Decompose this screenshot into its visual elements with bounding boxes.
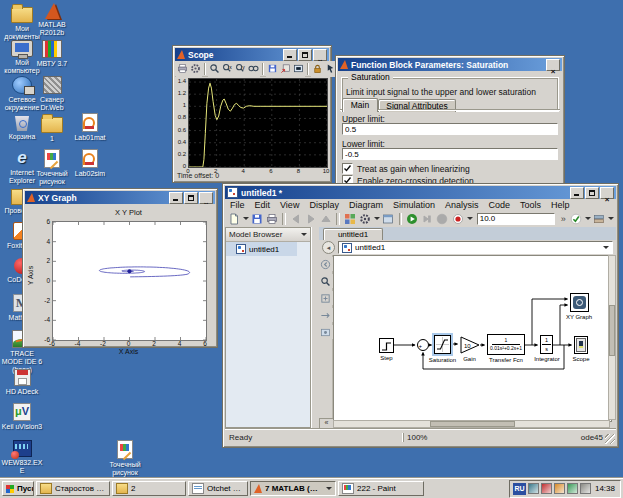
close-button[interactable]: × (546, 59, 560, 71)
dialog-titlebar[interactable]: Function Block Parameters: Saturation × (338, 58, 562, 71)
tray-icon-network[interactable] (528, 483, 539, 494)
saturation-block[interactable] (434, 335, 451, 354)
xy-graph-block[interactable] (570, 293, 589, 312)
zoom-x-icon[interactable]: x (221, 61, 234, 77)
lock-axes-icon[interactable] (311, 61, 324, 77)
chevron-down-icon[interactable] (374, 217, 380, 220)
forward-icon[interactable] (304, 211, 318, 227)
menu-edit[interactable]: Edit (250, 200, 276, 210)
vertical-scrollbar[interactable] (608, 255, 616, 420)
chevron-down-icon[interactable] (301, 233, 307, 236)
scope-titlebar[interactable]: Scope × (175, 48, 329, 61)
model-explorer-icon[interactable] (381, 211, 395, 227)
menu-file[interactable]: File (225, 200, 250, 210)
print-icon[interactable] (176, 61, 189, 77)
desktop-icon-matlab-r2012b[interactable]: MATLAB R2012b (30, 3, 74, 37)
menu-code[interactable]: Code (483, 200, 515, 210)
up-icon[interactable] (319, 211, 333, 227)
record-icon[interactable] (451, 211, 465, 227)
run-icon[interactable] (405, 211, 419, 227)
menu-display[interactable]: Display (304, 200, 344, 210)
chevron-down-icon[interactable] (467, 217, 473, 220)
zoom-y-icon[interactable]: y (234, 61, 247, 77)
xy-graph-titlebar[interactable]: XY Graph × (25, 191, 215, 204)
desktop-icon-lab01mat[interactable]: Lab01mat (68, 113, 112, 142)
expand-icon[interactable]: » (559, 214, 568, 224)
chevron-down-icon[interactable] (608, 217, 614, 220)
desktop-icon-lab02sim[interactable]: Lab02sim (68, 149, 112, 178)
tree-item-untitled1[interactable]: untitled1 (226, 242, 297, 256)
start-button[interactable]: Пуск (2, 481, 34, 496)
minimize-button[interactable] (169, 192, 183, 204)
chevron-down-icon[interactable] (603, 246, 609, 249)
menu-view[interactable]: View (275, 200, 304, 210)
model-settings-icon[interactable] (358, 211, 372, 227)
hide-browser-icon[interactable] (319, 257, 333, 271)
lower-limit-input[interactable] (342, 148, 558, 160)
horizontal-scrollbar[interactable] (333, 420, 610, 428)
chevron-down-icon[interactable] (585, 217, 591, 220)
direction-icon[interactable] (319, 308, 333, 322)
taskbar-button-2[interactable]: 2 (112, 481, 186, 496)
collapse-browser-button[interactable]: « (319, 418, 334, 429)
restore-axes-icon[interactable] (279, 61, 292, 77)
menu-simulation[interactable]: Simulation (388, 200, 440, 210)
step-block[interactable] (379, 338, 394, 353)
step-forward-icon[interactable] (420, 211, 434, 227)
integrator-block[interactable]: 1 s (540, 335, 553, 354)
stop-time-input[interactable] (477, 213, 555, 225)
desktop-icon-keil-uvision3[interactable]: μVKeil uVision3 (0, 403, 44, 431)
clock[interactable]: 14:38 (593, 484, 617, 493)
stop-icon[interactable] (435, 211, 449, 227)
language-indicator[interactable]: RU (513, 483, 526, 495)
zoom-icon[interactable] (208, 61, 221, 77)
tab-main[interactable]: Main (342, 98, 378, 112)
scope-block[interactable] (574, 336, 588, 354)
accelerator-check-icon[interactable] (569, 211, 583, 227)
autoscale-icon[interactable] (247, 61, 260, 77)
minimize-button[interactable] (283, 49, 297, 61)
save-icon[interactable] (250, 211, 264, 227)
menu-diagram[interactable]: Diagram (344, 200, 388, 210)
maximize-button[interactable] (184, 192, 198, 204)
screenshot-icon[interactable] (319, 325, 333, 339)
upper-limit-input[interactable] (342, 123, 558, 135)
treat-as-gain-checkbox[interactable] (342, 163, 353, 174)
menu-analysis[interactable]: Analysis (440, 200, 484, 210)
chevron-down-icon[interactable] (243, 217, 249, 220)
maximize-button[interactable] (298, 49, 312, 61)
desktop-icon-hd-adeck[interactable]: HD ADeck (0, 369, 44, 396)
model-canvas[interactable]: + - Step Saturation 10 Gain 1 0.01s²+0.2… (333, 255, 612, 422)
maximize-button[interactable] (585, 187, 599, 199)
build-icon[interactable] (592, 211, 606, 227)
back-icon[interactable] (289, 211, 303, 227)
tray-icon-antivirus[interactable] (541, 483, 552, 494)
minimize-button[interactable] (570, 187, 584, 199)
transfer-fcn-block[interactable]: 1 0.01s²+0.2s+1 (487, 334, 525, 355)
taskbar-button-7-matlab-r2012b-[interactable]: 7 MATLAB (R2012b) (250, 481, 336, 496)
close-button[interactable]: × (313, 49, 327, 61)
tray-icon-update[interactable] (554, 483, 565, 494)
close-button[interactable]: × (600, 187, 614, 199)
taskbar-button-старостов-иу4-51-1-2я-[interactable]: Старостов ИУ4-51 1-2я... (36, 481, 110, 496)
taskbar-button-otchet-на-teacher[interactable]: Otchet на teacher (188, 481, 248, 496)
desktop-icon-точечный-рисунок[interactable]: Точечный рисунок (103, 440, 147, 477)
fit-to-view-icon[interactable] (319, 291, 333, 305)
close-button[interactable]: × (199, 192, 213, 204)
library-browser-icon[interactable] (343, 211, 357, 227)
taskbar-button-222-paint[interactable]: 222 - Paint (338, 481, 424, 496)
gain-block[interactable]: 10 (460, 336, 480, 354)
floating-scope-icon[interactable] (292, 61, 305, 77)
simulink-titlebar[interactable]: untitled1 * × (225, 186, 616, 199)
desktop-icon-сканер-dr-web[interactable]: Сканер Dr.Web (30, 76, 74, 112)
menu-tools[interactable]: Tools (515, 200, 546, 210)
parameters-icon[interactable] (189, 61, 202, 77)
up-to-parent-icon[interactable]: ◂ (322, 241, 335, 254)
menu-help[interactable]: Help (546, 200, 575, 210)
zoom-icon[interactable] (319, 274, 333, 288)
save-axes-icon[interactable] (266, 61, 279, 77)
tray-icon-volume[interactable] (580, 483, 591, 494)
desktop-icon-wew832-exe[interactable]: WEW832.EXE (0, 440, 44, 475)
resize-grip[interactable] (605, 434, 615, 444)
print-icon[interactable] (265, 211, 279, 227)
